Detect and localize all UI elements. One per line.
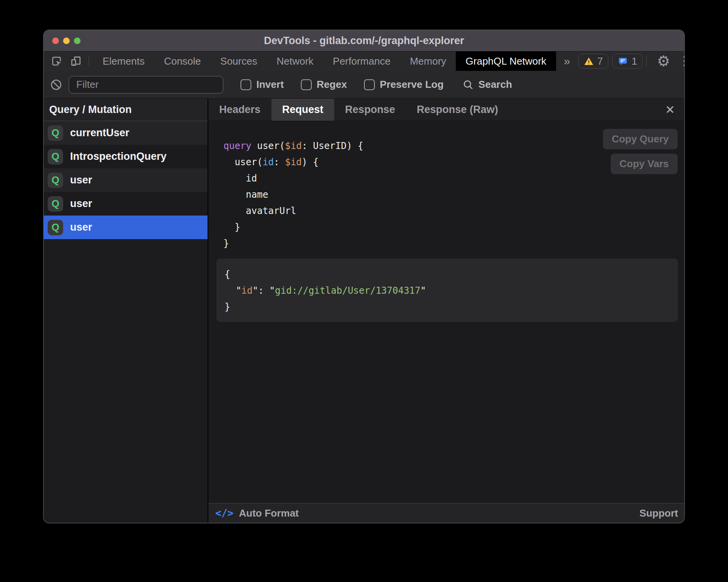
close-window-button[interactable] [52,38,59,44]
query-variables-box: { "id": "gid://gitlab/User/13704317"} [216,258,678,322]
auto-format-label: Auto Format [239,507,299,519]
query-label: IntrospectionQuery [70,151,167,163]
badge-separator [646,56,647,67]
query-badge-letter: Q [52,127,59,139]
more-tabs-button[interactable]: » [556,51,578,71]
query-list-header: Query / Mutation [44,99,208,121]
device-toolbar-icon[interactable] [69,55,82,68]
query-list-item[interactable]: Q user [44,192,208,216]
devtools-tab-label: Elements [103,55,144,67]
request-view: query user($id: UserID) { user(id: $id) … [208,121,684,503]
devtools-tab[interactable]: Elements [93,51,154,71]
devtools-tab-label: Sources [220,55,257,67]
message-icon [618,56,628,67]
query-type-badge: Q [48,125,63,141]
query-list-item[interactable]: Q user [44,168,208,192]
detail-tab[interactable]: Request [271,99,335,121]
detail-tab-label: Headers [219,104,261,116]
kebab-menu-icon[interactable] [678,56,684,67]
query-badge-letter: Q [52,221,59,233]
query-type-badge: Q [48,220,63,235]
devtools-tab[interactable]: Memory [400,51,456,71]
auto-format-button[interactable]: </> Auto Format [215,507,299,519]
devtools-tab-label: GraphQL Network [465,55,546,67]
devtools-tab[interactable]: Performance [323,51,400,71]
toolbar-separator [89,56,89,67]
query-label: user [70,174,92,186]
query-type-badge: Q [48,173,63,188]
code-line: user(id: $id) { [223,154,363,170]
inspect-element-icon[interactable] [50,55,63,68]
detail-tab-label: Request [282,104,324,116]
window-title: DevTools - gitlab.com/-/graphql-explorer [264,35,464,47]
search-icon [462,79,474,91]
code-line: name [223,187,363,203]
detail-tab[interactable]: Headers [208,99,271,121]
checkbox-label: Invert [256,79,284,91]
query-type-badge: Q [48,149,63,164]
query-label: user [70,221,92,233]
minimize-window-button[interactable] [63,38,70,44]
search-label: Search [479,79,512,91]
query-list-panel: Query / Mutation Q currentUser Q [44,99,208,523]
checkbox-box[interactable] [364,79,375,90]
devtools-tab[interactable]: Sources [211,51,267,71]
checkbox-box[interactable] [240,79,251,90]
query-list-item[interactable]: Q IntrospectionQuery [44,145,208,168]
query-badge-letter: Q [52,151,59,163]
devtools-tab[interactable]: Console [154,51,210,71]
detail-tab-bar: Headers Request Response Response (Raw) [208,99,684,121]
devtools-tab[interactable]: Network [267,51,323,71]
search-button[interactable]: Search [462,79,512,91]
detail-tab-label: Response (Raw) [417,104,498,116]
query-label: currentUser [70,127,129,139]
query-list-item[interactable]: Q currentUser [44,121,208,145]
filter-checkboxes: Invert Regex Preserve Log [223,79,444,91]
checkbox-label: Preserve Log [380,79,444,91]
filter-checkbox[interactable]: Preserve Log [364,79,444,91]
copy-vars-button[interactable]: Copy Vars [611,154,678,174]
graphql-query-code: query user($id: UserID) { user(id: $id) … [223,138,363,252]
copy-query-button[interactable]: Copy Query [603,129,678,149]
detail-tab-label: Response [345,104,395,116]
query-badge-letter: Q [52,198,59,210]
devtools-tab-label: Performance [333,55,391,67]
query-badge-letter: Q [52,174,59,186]
detail-panel: Headers Request Response Response (Raw) [208,99,684,523]
devtools-tab-bar: Elements Console Sources Network Perform… [44,51,684,71]
devtools-tab[interactable]: GraphQL Network [456,51,556,71]
query-type-badge: Q [48,196,63,212]
zoom-window-button[interactable] [74,38,81,44]
filter-input[interactable] [69,76,223,94]
variables-line: "id": "gid://gitlab/User/13704317" [225,282,678,299]
issues-badge[interactable]: 1 [612,54,642,68]
checkbox-box[interactable] [301,79,312,90]
support-link[interactable]: Support [639,507,678,519]
code-line: } [223,219,363,235]
query-list: Q currentUser Q IntrospectionQuery [44,121,208,523]
variables-line: { [225,266,678,282]
tab-bar-right: 7 1 ⚙ [578,51,684,71]
warning-count: 7 [598,55,603,67]
devtools-tab-label: Memory [410,55,446,67]
checkbox-label: Regex [317,79,347,91]
chevron-double-right-icon: » [564,55,570,68]
query-label: user [70,198,92,210]
clear-block-icon[interactable] [50,79,62,91]
title-bar: DevTools - gitlab.com/-/graphql-explorer [44,30,684,51]
close-icon: ✕ [665,103,675,116]
warnings-badge[interactable]: 7 [578,54,608,68]
detail-tab[interactable]: Response [334,99,406,121]
filter-checkbox[interactable]: Invert [240,79,284,91]
settings-gear-icon[interactable]: ⚙ [657,54,670,68]
filter-checkbox[interactable]: Regex [301,79,347,91]
detail-tab[interactable]: Response (Raw) [406,99,509,121]
message-count: 1 [632,55,637,67]
detail-footer: </> Auto Format Support [208,503,684,523]
devtools-tab-label: Network [276,55,313,67]
query-list-item[interactable]: Q user [44,216,208,239]
filter-bar: Invert Regex Preserve Log S [44,71,684,99]
close-panel-button[interactable]: ✕ [665,99,675,121]
toolbar-icons [44,51,93,71]
code-brackets-icon: </> [215,507,234,519]
